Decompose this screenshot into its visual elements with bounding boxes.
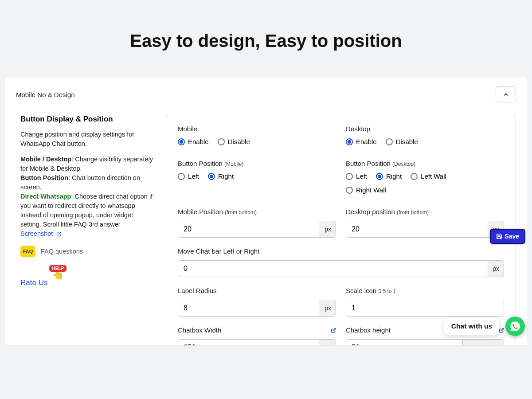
external-link-icon[interactable] xyxy=(331,328,336,333)
px-suffix: px xyxy=(320,340,336,345)
bp-mobile-label: Button Position (Mobile) xyxy=(178,160,336,167)
sidebar-mobile-desktop: Mobile / Desktop: Change visibility sepa… xyxy=(20,155,153,239)
px-suffix: px xyxy=(488,261,504,277)
chatbox-height-input[interactable] xyxy=(346,340,462,345)
mobile-enable-radio[interactable]: Enable xyxy=(178,138,209,145)
save-icon xyxy=(496,233,502,239)
help-badge: HELP xyxy=(49,265,66,272)
faq-link[interactable]: FAQ FAQ questions xyxy=(20,246,153,257)
bp-mobile-right-radio[interactable]: Right xyxy=(208,172,234,180)
bp-desktop-rightwall-radio[interactable]: Right Wall xyxy=(346,186,386,194)
sidebar-heading: Button Display & Position xyxy=(20,115,153,124)
bp-desktop-leftwall-radio[interactable]: Left Wall xyxy=(411,172,446,180)
page-title: Easy to design, Easy to position xyxy=(0,31,532,51)
mobile-pos-input[interactable] xyxy=(178,221,320,237)
faq-label: FAQ questions xyxy=(41,248,83,255)
mobile-radio-group: Enable Disable xyxy=(178,138,336,145)
settings-panel: Mobile No & Design Button Display & Posi… xyxy=(5,78,527,345)
screenshot-link[interactable]: Screenshot xyxy=(20,230,62,237)
px-suffix: px xyxy=(320,300,336,316)
bp-desktop-right-radio[interactable]: Right xyxy=(376,172,402,180)
help-button[interactable]: HELP 👆 xyxy=(52,270,64,287)
desktop-pos-input[interactable] xyxy=(346,221,488,237)
chat-pill[interactable]: Chat with us xyxy=(444,318,499,335)
chatbox-width-input[interactable] xyxy=(178,340,320,345)
bp-desktop-group-1: Left Right Left Wall xyxy=(346,172,504,180)
bp-mobile-left-radio[interactable]: Left xyxy=(178,172,199,180)
bp-desktop-left-radio[interactable]: Left xyxy=(346,172,367,180)
mobile-disable-radio[interactable]: Disable xyxy=(218,138,250,145)
collapse-button[interactable] xyxy=(496,86,516,102)
help-sidebar: Button Display & Position Change positio… xyxy=(16,115,153,345)
percentage-suffix: Percentage xyxy=(462,340,504,345)
panel-title: Mobile No & Design xyxy=(16,91,75,98)
mobile-pos-label: Mobile Position (from bottom) xyxy=(178,208,336,215)
bp-desktop-label: Button Position (Desktop) xyxy=(346,160,504,167)
svg-line-0 xyxy=(59,232,61,235)
label-radius-input[interactable] xyxy=(178,300,320,316)
svg-line-1 xyxy=(333,328,336,331)
desktop-label: Desktop xyxy=(346,125,504,133)
faq-icon: FAQ xyxy=(20,246,35,257)
desktop-radio-group: Enable Disable xyxy=(346,138,504,145)
whatsapp-button[interactable] xyxy=(505,317,525,336)
rate-us-link[interactable]: Rate Us xyxy=(20,278,47,287)
scale-icon-label: Scale icon 0.5 to 1 xyxy=(346,287,504,294)
bp-desktop-group-2: Right Wall xyxy=(346,186,504,194)
move-bar-label: Move Chat bar Left or Right xyxy=(178,247,504,255)
scale-icon-input[interactable] xyxy=(346,300,504,316)
bp-mobile-group: Left Right xyxy=(178,172,336,180)
save-button[interactable]: Save xyxy=(490,229,525,244)
chatbox-width-label: Chatbox Width xyxy=(178,326,336,334)
desktop-pos-label: Desktop position (from bottom) xyxy=(346,208,504,215)
whatsapp-icon xyxy=(509,321,521,332)
px-suffix: px xyxy=(320,221,336,237)
chat-widget: Chat with us xyxy=(444,317,525,336)
settings-form: Mobile Enable Disable Desktop Enable Dis… xyxy=(166,115,516,345)
desktop-disable-radio[interactable]: Disable xyxy=(386,138,418,145)
desktop-enable-radio[interactable]: Enable xyxy=(346,138,377,145)
external-link-icon xyxy=(56,231,62,237)
chevron-up-icon xyxy=(503,91,509,98)
sidebar-intro: Change position and display settings for… xyxy=(20,130,153,149)
move-bar-input[interactable] xyxy=(178,261,488,277)
mobile-label: Mobile xyxy=(178,125,336,133)
label-radius-label: Label Radius xyxy=(178,287,336,294)
